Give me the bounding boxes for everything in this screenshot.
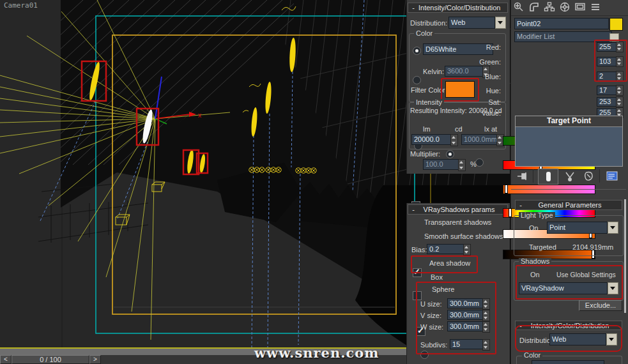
display-tab-icon[interactable] — [572, 1, 588, 13]
v-size-field[interactable]: 300.0mm — [447, 310, 486, 320]
sat-label: Sat: — [475, 98, 501, 106]
w-size-spinner[interactable] — [482, 321, 490, 333]
object-color-swatch[interactable] — [609, 18, 623, 31]
distribution-dropdown[interactable]: Web — [448, 17, 506, 29]
subdivs-label: Subdivs: — [420, 341, 447, 349]
icd2-distribution-value: Web — [549, 333, 606, 345]
exclude-button[interactable]: Exclude... — [579, 300, 622, 311]
multiplier-label: Multiplier: — [410, 150, 440, 158]
intensity-value-field[interactable]: 20000.0 — [411, 134, 454, 145]
blue-slider-handle[interactable] — [505, 185, 508, 193]
icd2-distribution-dropdown[interactable]: Web — [549, 333, 617, 345]
shadows-on-label: On — [530, 271, 540, 278]
icd2-color-field-fragment — [532, 360, 604, 364]
light-on-label: On — [529, 224, 539, 232]
watermark: www.snren.com — [254, 345, 379, 361]
shadow-type-value: VRayShadow — [519, 282, 608, 294]
unit-lm-label: lm — [423, 125, 431, 133]
multiplier-field[interactable]: 100.0 — [423, 159, 461, 170]
distribution-dropdown-arrow-icon[interactable] — [495, 17, 506, 29]
u-size-label: U size: — [420, 300, 442, 308]
icd-collapse-icon: - — [408, 4, 418, 11]
vray-shadows-title: VRayShadows params — [418, 206, 507, 213]
preset-radio[interactable] — [413, 47, 421, 55]
box-label: Box — [431, 273, 443, 281]
light-type-value: Point — [547, 222, 608, 234]
light-type-dropdown-arrow-icon[interactable] — [608, 222, 618, 234]
stack-toolbar — [515, 169, 622, 184]
bias-field[interactable]: 0.2 — [427, 244, 466, 254]
smooth-shadows-label: Smooth surface shadows — [424, 232, 503, 240]
blue-label: Blue: — [475, 73, 501, 80]
toolbar-divider — [533, 169, 533, 183]
modifier-stack[interactable]: Target Point — [515, 116, 623, 167]
vray-shadows-rollout-header[interactable]: - VRayShadows params — [408, 204, 508, 215]
light-type-label: Light Type — [519, 212, 555, 219]
w-size-label: W size: — [420, 323, 443, 331]
w-size-field[interactable]: 300.0mm — [447, 321, 486, 331]
u-size-field[interactable]: 300.0mm — [447, 298, 486, 308]
icd-title: Intensity/Color/Distribution — [418, 4, 507, 11]
remove-modifier-icon[interactable] — [583, 170, 595, 183]
panel-divider — [511, 189, 626, 190]
intensity-spinner[interactable] — [450, 134, 458, 146]
toolbar-divider — [599, 169, 600, 183]
subdivs-spinner[interactable] — [482, 339, 490, 351]
utilities-tab-icon[interactable] — [588, 1, 603, 13]
time-next-button[interactable]: > — [89, 355, 101, 364]
hierarchy-tab-icon[interactable] — [542, 1, 557, 13]
object-name-field[interactable]: Point02 — [514, 18, 609, 29]
value-label: Value: — [475, 109, 501, 117]
sat-spinner[interactable] — [616, 96, 624, 107]
intensity-distance-field[interactable]: 1000.0mm — [461, 134, 500, 145]
icd-rollout-header[interactable]: - Intensity/Color/Distribution — [408, 3, 508, 13]
time-prev-button[interactable]: < — [0, 355, 11, 364]
pin-stack-icon[interactable] — [516, 170, 529, 183]
use-global-label: Use Global Settings — [556, 271, 616, 278]
u-size-spinner[interactable] — [482, 298, 490, 310]
kelvin-label: Kelvin: — [423, 68, 444, 75]
motion-tab-icon[interactable] — [557, 1, 572, 13]
unit-cd-label: cd — [455, 125, 463, 133]
v-size-spinner[interactable] — [482, 310, 490, 321]
sphere-label: Sphere — [432, 285, 454, 293]
time-slider-value[interactable]: 0 / 100 — [11, 355, 89, 364]
command-panel-tabs — [511, 1, 628, 16]
shadow-type-dropdown[interactable]: VRayShadow — [519, 282, 618, 294]
light-type-dropdown[interactable]: Point — [547, 222, 618, 234]
show-end-result-button[interactable] — [538, 169, 558, 185]
rgb-values-highlight — [594, 40, 627, 82]
sat-value[interactable]: 253 — [597, 97, 617, 107]
hue-spinner[interactable] — [616, 85, 624, 96]
create-tab-icon[interactable] — [511, 1, 526, 13]
icd2-distribution-dropdown-arrow-icon[interactable] — [606, 333, 617, 345]
targeted-label: Targeted — [529, 243, 556, 251]
subdivs-field[interactable]: 15 — [450, 339, 486, 349]
multiplier-spinner[interactable] — [458, 159, 466, 171]
unit-lx-label: lx at — [484, 125, 497, 133]
shadow-type-dropdown-arrow-icon[interactable] — [608, 282, 618, 294]
hue-value[interactable]: 17 — [597, 86, 617, 95]
configure-modifier-sets-icon[interactable] — [606, 170, 620, 183]
distribution-value: Web — [448, 17, 495, 29]
red-label: Red: — [475, 43, 501, 51]
hue-slider-handle[interactable] — [509, 208, 512, 217]
area-shadow-label: Area shadow — [429, 259, 470, 267]
bias-spinner[interactable] — [463, 244, 471, 255]
command-panel-scrollbar[interactable] — [624, 199, 626, 313]
distribution-label: Distribution: — [410, 19, 447, 27]
kelvin-radio[interactable] — [413, 76, 421, 84]
bias-label: Bias: — [411, 246, 427, 254]
modify-tab-icon[interactable] — [526, 1, 542, 13]
general-parameters-rollout-header[interactable]: - General Parameters — [515, 200, 622, 210]
hue-label: Hue: — [475, 87, 501, 95]
v-size-label: V size: — [420, 312, 441, 319]
general-parameters-title: General Parameters — [526, 201, 622, 209]
camera-label: Camera01 — [4, 1, 38, 10]
filter-color-swatch[interactable] — [445, 81, 475, 98]
stack-entry-target-point[interactable]: Target Point — [516, 116, 622, 127]
color-group-label: Color — [414, 30, 434, 37]
unit-cd-radio[interactable] — [446, 150, 454, 158]
make-unique-icon[interactable] — [563, 170, 576, 183]
general-parameters-collapse-icon: - — [516, 201, 526, 209]
